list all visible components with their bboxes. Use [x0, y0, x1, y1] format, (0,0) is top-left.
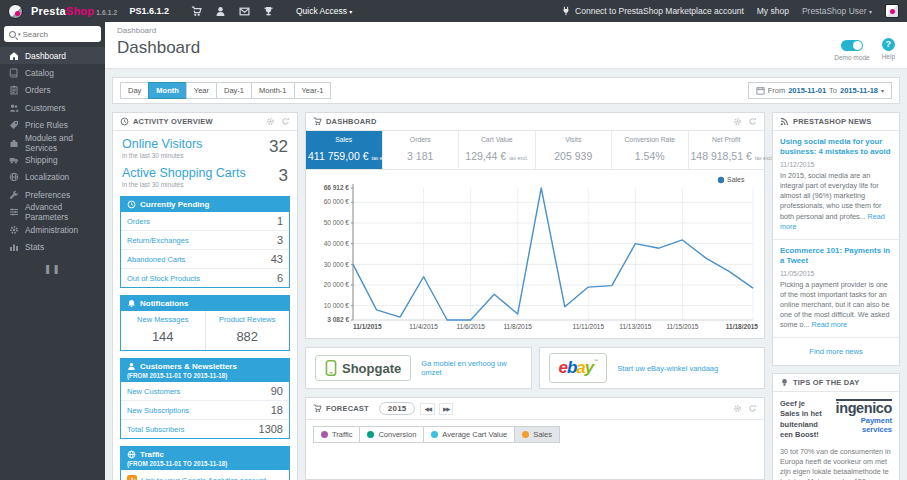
my-shop-link[interactable]: My shop — [757, 6, 789, 16]
page-header: Dashboard Dashboard Demo mode ? Help — [105, 22, 907, 69]
kpi-sales[interactable]: Sales411 759,00 € tax excl. — [306, 131, 383, 169]
range-button-year[interactable]: Year — [186, 82, 217, 99]
section-date-range: (FROM 2015-11-01 TO 2015-11-18) — [127, 372, 283, 379]
range-button-month-1[interactable]: Month-1 — [251, 82, 295, 99]
legend-button-sales[interactable]: Sales — [514, 426, 560, 443]
search-input[interactable] — [23, 30, 77, 39]
kpi-orders[interactable]: Orders3 181 — [383, 131, 460, 169]
sidebar-item-price-rules[interactable]: Price Rules — [0, 117, 105, 134]
cart-icon — [313, 404, 322, 413]
puzzle-icon — [9, 138, 19, 148]
ebay-link[interactable]: Start uw eBay-winkel vandaag — [617, 364, 718, 373]
date-range-picker[interactable]: From2015-11-01 To2015-11-18 ▾ — [748, 82, 892, 99]
tips-of-the-day-panel: TIPS OF THE DAY Geef je Sales in het bui… — [772, 373, 900, 480]
person-icon[interactable] — [215, 6, 226, 17]
new-subscriptions-link[interactable]: New Subscriptions — [127, 406, 189, 415]
table-row: New Customers90 — [121, 382, 289, 400]
activity-overview-panel: ACTIVITY OVERVIEW Online Visitorsin the … — [112, 112, 298, 480]
person-icon — [127, 362, 136, 371]
range-button-day[interactable]: Day — [120, 82, 149, 99]
read-more-link[interactable]: Read more — [812, 320, 848, 329]
new-messages-link[interactable]: New Messages — [123, 315, 203, 324]
legend-button-average-cart-value[interactable]: Average Cart Value — [423, 426, 515, 443]
kpi-cart-value[interactable]: Cart Value129,44 € tax excl. — [459, 131, 536, 169]
traffic-dot-icon — [321, 431, 328, 438]
search-icon — [9, 31, 16, 38]
previous-year-button[interactable]: ◀◀ — [420, 403, 434, 415]
google-analytics-link[interactable]: Link to your Google Analytics account — [141, 476, 266, 480]
shopgate-link[interactable]: Ga mobiel en verhoog uw omzet — [421, 359, 521, 377]
active-carts-link[interactable]: Active Shopping Carts — [122, 166, 246, 180]
legend-button-traffic[interactable]: Traffic — [313, 426, 360, 443]
sidebar-item-advanced-parameters[interactable]: Advanced Parameters — [0, 204, 105, 221]
news-article-title-link[interactable]: Ecommerce 101: Payments in a Tweet — [780, 246, 892, 266]
abandoned-carts-link[interactable]: Abandoned Carts — [127, 255, 185, 264]
svg-text:Sales: Sales — [727, 176, 745, 183]
range-button-year-1[interactable]: Year-1 — [294, 82, 332, 99]
kpi-visits[interactable]: Visits205 939 — [536, 131, 613, 169]
help-label: Help — [882, 53, 895, 60]
range-button-month[interactable]: Month — [148, 82, 187, 99]
total-subscribers-link[interactable]: Total Subscribers — [127, 425, 185, 434]
envelope-icon[interactable] — [239, 6, 250, 17]
sidebar-item-catalog[interactable]: Catalog — [0, 64, 105, 81]
cart-icon[interactable] — [191, 6, 202, 17]
shop-version-label: PS1.6.1.2 — [129, 6, 169, 16]
legend-button-conversion[interactable]: Conversion — [359, 426, 424, 443]
sidebar-collapse-toggle[interactable]: ❚❚ — [0, 264, 105, 274]
forecast-panel-title: FORECAST — [326, 404, 369, 413]
quick-access-menu[interactable]: Quick Access ▾ — [296, 6, 352, 16]
refresh-icon[interactable] — [748, 117, 757, 126]
sidebar-item-orders[interactable]: Orders — [0, 82, 105, 99]
range-button-day-1[interactable]: Day-1 — [216, 82, 252, 99]
sidebar-item-dashboard[interactable]: Dashboard — [0, 47, 105, 64]
trophy-icon[interactable] — [263, 6, 274, 17]
out-of-stock-link[interactable]: Out of Stock Products — [127, 274, 200, 283]
new-customers-link[interactable]: New Customers — [127, 387, 180, 396]
content-area: Day Month Year Day-1 Month-1 Year-1 From… — [105, 69, 907, 480]
sidebar-item-modules[interactable]: Modules and Services — [0, 134, 105, 151]
pending-returns-link[interactable]: Return/Exchanges — [127, 236, 189, 245]
news-article: Ecommerce 101: Payments in a Tweet 11/05… — [773, 240, 899, 339]
next-year-button[interactable]: ▶▶ — [439, 403, 453, 415]
news-article: Using social media for your business: 4 … — [773, 131, 899, 240]
forecast-legend: Traffic Conversion Average Cart Value Sa… — [306, 420, 764, 449]
book-icon — [9, 68, 19, 78]
sidebar-item-customers[interactable]: Customers — [0, 99, 105, 116]
sidebar-item-localization[interactable]: Localization — [0, 169, 105, 186]
tips-panel-title: TIPS OF THE DAY — [793, 378, 859, 387]
user-avatar[interactable] — [885, 4, 899, 18]
table-row: Abandoned Carts43 — [121, 249, 289, 268]
kpi-net-profit[interactable]: Net Profit148 918,51 € tax excl. — [689, 131, 765, 169]
gear-icon[interactable] — [266, 117, 275, 126]
currently-pending-section: Currently Pending Orders1 Return/Exchang… — [120, 196, 290, 288]
svg-text:11/13/2015: 11/13/2015 — [619, 323, 651, 330]
svg-text:11/1/2015: 11/1/2015 — [353, 323, 382, 330]
gear-icon[interactable] — [733, 404, 742, 413]
news-article-title-link[interactable]: Using social media for your business: 4 … — [780, 137, 892, 157]
prestashop-logo-icon — [8, 4, 23, 19]
sidebar-item-preferences[interactable]: Preferences — [0, 186, 105, 203]
user-menu[interactable]: PrestaShop User ▾ — [802, 6, 872, 16]
help-icon[interactable]: ? — [882, 38, 895, 51]
demo-mode-toggle[interactable] — [841, 40, 863, 51]
sidebar-item-stats[interactable]: Stats — [0, 238, 105, 255]
sidebar-item-shipping[interactable]: Shipping — [0, 151, 105, 168]
kpi-conversion-rate[interactable]: Conversion Rate1.54% — [612, 131, 689, 169]
gear-icon[interactable] — [733, 117, 742, 126]
rss-icon — [780, 117, 789, 126]
pending-orders-link[interactable]: Orders — [127, 217, 150, 226]
clipboard-icon — [9, 85, 19, 95]
wrench-icon — [9, 190, 19, 200]
online-visitors-link[interactable]: Online Visitors — [122, 137, 202, 151]
find-more-news-link[interactable]: Find more news — [773, 338, 899, 365]
table-row: Out of Stock Products6 — [121, 268, 289, 287]
refresh-icon[interactable] — [281, 117, 290, 126]
shopgate-logo: Shopgate — [315, 355, 411, 381]
sidebar-search[interactable]: ▾ — [4, 26, 101, 42]
sidebar-item-administration[interactable]: Administration — [0, 221, 105, 238]
svg-text:11/4/2015: 11/4/2015 — [409, 323, 438, 330]
product-reviews-link[interactable]: Product Reviews — [208, 315, 288, 324]
refresh-icon[interactable] — [748, 404, 757, 413]
marketplace-link[interactable]: Connect to PrestaShop Marketplace accoun… — [561, 6, 744, 16]
